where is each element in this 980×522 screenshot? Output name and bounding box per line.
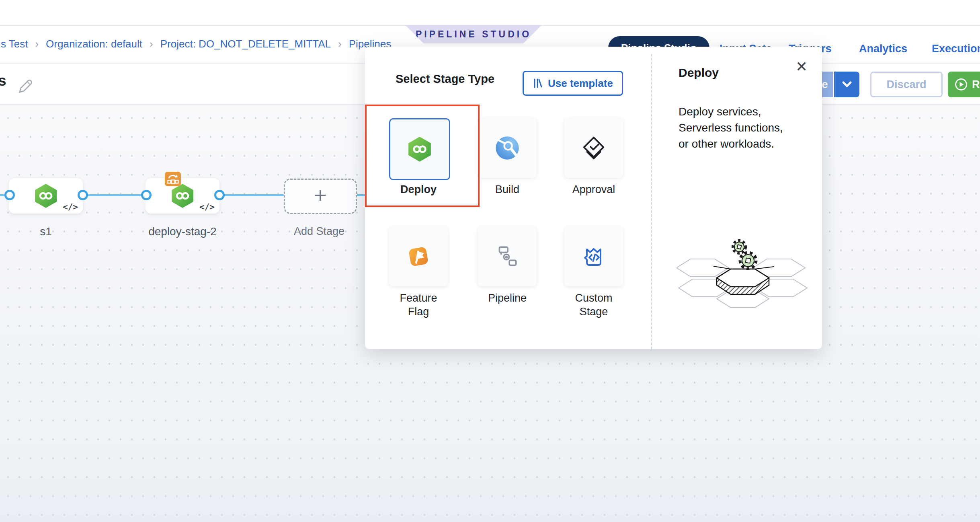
pipeline-studio-ribbon: PIPELINE STUDIO [405, 25, 542, 43]
stage-detail-description: Deploy services, Serverless functions, o… [679, 104, 783, 152]
custom-stage-icon [581, 244, 607, 269]
breadcrumb-item-account[interactable]: s Test [1, 38, 28, 50]
breadcrumb-item-project[interactable]: Project: DO_NOT_DELETE_MITTAL [160, 38, 331, 50]
stage-card-label: Approval [554, 183, 634, 196]
stage-card-label: Pipeline [467, 291, 547, 305]
save-dropdown-toggle[interactable] [834, 72, 859, 97]
plus-icon: + [314, 183, 327, 208]
cd-stage-icon [33, 183, 59, 209]
breadcrumb-item-org[interactable]: Organization: default [46, 38, 142, 50]
chained-pipeline-icon [494, 243, 521, 270]
close-icon[interactable]: ✕ [792, 57, 811, 76]
play-circle-icon [954, 78, 968, 91]
stage-card-feature-flag[interactable] [389, 227, 448, 286]
select-stage-type-modal: Select Stage Type Use template Deploy Bu… [365, 47, 822, 349]
use-template-button[interactable]: Use template [523, 71, 623, 96]
stage-detail-title: Deploy [679, 66, 719, 80]
deploy-illustration [677, 236, 809, 312]
tab-analytics[interactable]: Analytics [859, 43, 907, 55]
connector-port[interactable] [214, 190, 225, 200]
stage-node-s1[interactable]: </> [9, 178, 83, 214]
tab-execution-history[interactable]: Execution History [932, 43, 980, 55]
connector-port[interactable] [78, 190, 88, 200]
discard-button[interactable]: Discard [870, 72, 943, 97]
cd-stage-icon [170, 183, 195, 209]
breadcrumb: s Test › Organization: default › Project… [1, 38, 391, 50]
stage-node-deploy-stag-2[interactable]: </> [146, 178, 219, 214]
run-button-label: Run [972, 78, 980, 91]
add-stage-button[interactable]: + [284, 179, 357, 214]
stage-name-label: s1 [9, 225, 83, 238]
approval-check-icon [581, 136, 606, 160]
run-button[interactable]: Run [948, 72, 980, 97]
ci-build-icon [494, 134, 521, 162]
code-icon[interactable]: </> [199, 202, 215, 212]
stage-card-build[interactable] [478, 118, 537, 178]
modal-section-divider [651, 54, 652, 349]
stage-card-approval[interactable] [564, 118, 623, 178]
stage-card-pipeline[interactable] [478, 227, 537, 286]
template-library-icon [533, 78, 543, 88]
add-stage-label: Add Stage [281, 225, 357, 238]
chevron-down-icon [841, 80, 853, 89]
stage-card-label: Build [467, 183, 547, 196]
cd-stage-icon [406, 136, 433, 162]
use-template-label: Use template [548, 77, 613, 90]
stage-card-custom[interactable] [564, 227, 623, 286]
feature-flag-icon [405, 243, 432, 270]
rolling-deployment-badge-icon [165, 172, 181, 186]
chevron-right-icon: › [338, 38, 342, 50]
code-icon[interactable]: </> [63, 202, 78, 212]
connector-port[interactable] [4, 190, 15, 200]
stage-card-label: Feature Flag [392, 291, 445, 319]
stage-card-label: Deploy [378, 183, 459, 196]
edit-pencil-icon[interactable] [16, 76, 35, 95]
stage-name-label: deploy-stag-2 [134, 225, 231, 238]
connector-port[interactable] [141, 190, 152, 200]
pipeline-studio-app: s Test › Organization: default › Project… [0, 0, 980, 522]
chevron-right-icon: › [35, 38, 39, 50]
stage-card-deploy[interactable] [389, 118, 450, 180]
stage-card-label: Custom Stage [568, 291, 620, 319]
pipeline-name: s [0, 72, 6, 89]
chevron-right-icon: › [150, 38, 153, 50]
ribbon-label: PIPELINE STUDIO [416, 29, 531, 40]
modal-title: Select Stage Type [396, 72, 494, 86]
